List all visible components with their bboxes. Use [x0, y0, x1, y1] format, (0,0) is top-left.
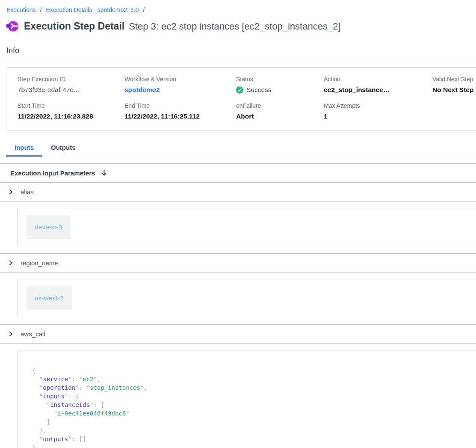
page-header: Execution Step Detail Step 3: ec2 stop i…	[6, 21, 476, 32]
param-value-chip: us-west-2	[26, 286, 72, 310]
breadcrumb-link-execution-details[interactable]: Execution Details - spotdemo2: 3.0	[46, 6, 139, 13]
param-value-box-aws-call: { "service": "ec2", "operation": "stop_i…	[17, 350, 476, 448]
page-title: Execution Step Detail	[24, 21, 124, 32]
field-label: End Time	[124, 102, 236, 109]
param-expander-aws-call[interactable]: aws_call	[0, 325, 476, 344]
code-line: },	[32, 426, 470, 435]
param-expander-alias[interactable]: alias	[0, 183, 476, 202]
field-value: 11/22/2022, 11:16:23.828	[18, 113, 124, 120]
title-divider	[0, 40, 476, 40]
field-max-attempts: Max Attempts 1	[324, 102, 432, 120]
code-line: "service": "ec2",	[32, 375, 470, 383]
field-value: No Next Step	[432, 86, 476, 94]
param-expander-region-name[interactable]: region_name	[0, 254, 476, 273]
field-action: Action ec2_stop_instance…	[324, 76, 432, 94]
page-subtitle: Step 3: ec2 stop instances [ec2_stop_ins…	[129, 21, 340, 32]
info-grid: Step Execution ID 7b73f93e-edaf-47c… Wor…	[18, 76, 476, 120]
code-line: "inputs": {	[32, 392, 470, 401]
field-label: Start Time	[18, 102, 124, 109]
param-name: aws_call	[21, 330, 45, 338]
code-line: {	[32, 366, 470, 375]
param-name: region_name	[21, 259, 58, 267]
info-divider	[0, 60, 476, 60]
code-line: "i-0ec41ee046f49dbc6"	[32, 409, 470, 418]
status-badge: Success	[236, 86, 324, 94]
field-label: onFailure	[236, 102, 324, 109]
param-name: alias	[21, 188, 34, 196]
tab-outputs[interactable]: Outputs	[42, 141, 84, 156]
breadcrumb-separator: /	[143, 6, 145, 13]
info-heading: Info	[6, 46, 476, 55]
param-value-box-region-name: us-west-2	[17, 279, 476, 316]
workflow-link[interactable]: spotdemo2	[124, 86, 160, 93]
field-value: 1	[324, 113, 432, 120]
breadcrumb-separator: /	[40, 6, 41, 13]
param-value-chip: devtest-3	[26, 215, 71, 239]
chevron-right-icon	[9, 332, 13, 336]
field-value: 11/22/2022, 11:16:25.112	[124, 113, 236, 120]
section-title: Execution Input Parameters	[10, 169, 95, 177]
field-label: Workflow & Version	[124, 76, 236, 83]
json-code-viewer: { "service": "ec2", "operation": "stop_i…	[32, 366, 470, 448]
status-text: Success	[246, 86, 272, 94]
field-step-execution-id: Step Execution ID 7b73f93e-edaf-47c…	[18, 76, 124, 94]
tab-inputs[interactable]: Inputs	[6, 141, 42, 156]
param-value-box-alias: devtest-3	[17, 208, 476, 245]
flow-logo-icon	[6, 21, 19, 32]
field-label: Action	[324, 76, 432, 83]
field-valid-next-step: Valid Next Step No Next Step	[432, 76, 476, 94]
field-label: Max Attempts	[324, 102, 432, 109]
code-line: }	[32, 443, 470, 448]
field-value: ec2_stop_instance…	[324, 86, 432, 94]
info-card: Step Execution ID 7b73f93e-edaf-47c… Wor…	[6, 67, 476, 131]
field-value: 7b73f93e-edaf-47c…	[18, 86, 124, 94]
breadcrumb-link-executions[interactable]: Executions	[6, 6, 35, 13]
breadcrumb: Executions / Execution Details - spotdem…	[6, 6, 476, 13]
code-line: "InstanceIds": [	[32, 401, 470, 409]
code-line: "operation": "stop_instances",	[32, 383, 470, 392]
field-workflow-version: Workflow & Version spotdemo2	[124, 76, 236, 94]
field-label: Status	[236, 76, 324, 83]
chevron-right-icon	[9, 190, 13, 194]
field-label: Valid Next Step	[432, 76, 476, 83]
code-line: ]	[32, 418, 470, 426]
field-on-failure: onFailure Abort	[236, 102, 324, 120]
tab-bar: Inputs Outputs	[6, 141, 476, 156]
chevron-right-icon	[9, 261, 13, 265]
field-start-time: Start Time 11/22/2022, 11:16:23.828	[18, 102, 124, 120]
field-status: Status Success	[236, 76, 324, 94]
execution-input-parameters-header: Execution Input Parameters	[0, 164, 476, 183]
field-value: Abort	[236, 113, 324, 120]
field-label: Step Execution ID	[18, 76, 124, 83]
field-end-time: End Time 11/22/2022, 11:16:25.112	[124, 102, 236, 120]
arrow-down-icon[interactable]	[101, 170, 107, 176]
success-check-icon	[236, 86, 243, 94]
code-line: "outputs": []	[32, 435, 470, 443]
